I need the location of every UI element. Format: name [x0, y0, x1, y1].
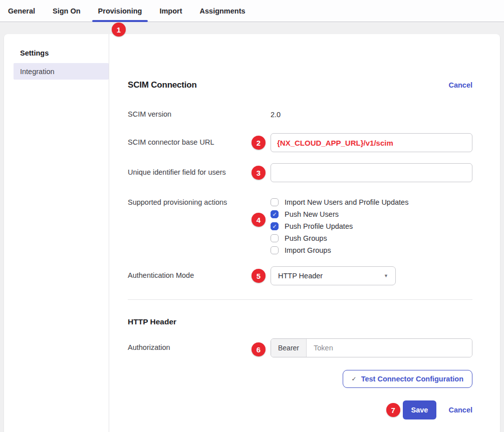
- step-badge-5: 5: [251, 269, 266, 283]
- base-url-label: SCIM connector base URL: [128, 133, 271, 147]
- checkbox-unchecked-icon[interactable]: [271, 234, 279, 242]
- tabs-nav: GeneralSign OnProvisioningImportAssignme…: [0, 0, 504, 22]
- page: GeneralSign OnProvisioningImportAssignme…: [0, 0, 504, 432]
- scim-version-label: SCIM version: [128, 110, 271, 119]
- http-header-section-heading: HTTP Header: [128, 317, 472, 326]
- authorization-input-group: Bearer: [271, 338, 472, 357]
- sidebar-heading: Settings: [20, 49, 109, 57]
- authorization-label: Authorization: [128, 338, 271, 352]
- tab-sign-on[interactable]: Sign On: [47, 0, 87, 22]
- panel-title: SCIM Connection: [128, 80, 197, 90]
- checkbox-option-push-profile-updates[interactable]: ✓Push Profile Updates: [271, 220, 472, 232]
- checkbox-label: Import New Users and Profile Updates: [285, 198, 408, 206]
- cancel-link-top[interactable]: Cancel: [448, 81, 472, 89]
- checkbox-unchecked-icon[interactable]: [271, 198, 279, 206]
- check-icon: ✓: [352, 375, 357, 382]
- provisioning-actions-row: Supported provisioning actions 4 Import …: [128, 196, 472, 256]
- chevron-down-icon: ▼: [384, 273, 388, 278]
- tab-import[interactable]: Import: [153, 0, 188, 22]
- checkbox-option-push-groups[interactable]: Push Groups: [271, 232, 472, 244]
- save-row: 7 Save Cancel: [128, 400, 472, 419]
- unique-identifier-row: Unique identifier field for users 3: [128, 163, 472, 182]
- bearer-prefix: Bearer: [271, 339, 307, 357]
- token-input[interactable]: [307, 339, 472, 357]
- checkbox-label: Push Groups: [285, 234, 327, 242]
- checkbox-label: Push New Users: [285, 210, 339, 218]
- test-connector-button[interactable]: ✓ Test Connector Configuration: [343, 370, 472, 388]
- panel-header: SCIM Connection Cancel: [128, 80, 472, 91]
- scim-version-value: 2.0: [271, 111, 281, 119]
- provisioning-actions-label: Supported provisioning actions: [128, 196, 271, 207]
- app-tabbar: GeneralSign OnProvisioningImportAssignme…: [0, 0, 504, 22]
- settings-card: Settings Integration SCIM Connection Can…: [4, 34, 500, 432]
- sidebar: Settings Integration: [4, 34, 109, 432]
- auth-mode-select[interactable]: HTTP Header ▼: [271, 266, 396, 285]
- sidebar-item-integration[interactable]: Integration: [14, 63, 109, 80]
- test-connector-row: ✓ Test Connector Configuration: [128, 370, 472, 388]
- step-badge-3: 3: [251, 166, 266, 180]
- tab-assignments[interactable]: Assignments: [194, 0, 251, 22]
- authorization-row: Authorization 6 Bearer: [128, 338, 472, 357]
- checkbox-label: Import Groups: [285, 246, 331, 254]
- test-connector-button-label: Test Connector Configuration: [361, 375, 463, 383]
- checkbox-checked-icon[interactable]: ✓: [271, 222, 279, 230]
- tab-provisioning[interactable]: Provisioning: [92, 0, 148, 22]
- unique-identifier-label: Unique identifier field for users: [128, 163, 271, 177]
- tab-general[interactable]: General: [2, 0, 41, 22]
- cancel-link-bottom[interactable]: Cancel: [448, 406, 472, 414]
- unique-identifier-input[interactable]: [271, 163, 472, 182]
- provisioning-actions-list: Import New Users and Profile Updates✓Pus…: [271, 196, 472, 256]
- auth-mode-row: Authentication Mode 5 HTTP Header ▼: [128, 266, 472, 285]
- save-button[interactable]: Save: [403, 400, 437, 419]
- scim-connection-panel: SCIM Connection Cancel SCIM version 2.0 …: [109, 34, 500, 432]
- checkbox-option-import-new-users-and-profile-updates[interactable]: Import New Users and Profile Updates: [271, 196, 472, 208]
- checkbox-checked-icon[interactable]: ✓: [271, 210, 279, 218]
- step-badge-1: 1: [112, 23, 126, 37]
- auth-mode-selected-value: HTTP Header: [278, 272, 323, 280]
- checkbox-option-import-groups[interactable]: Import Groups: [271, 244, 472, 256]
- checkbox-unchecked-icon[interactable]: [271, 246, 279, 254]
- step-badge-4: 4: [251, 213, 266, 227]
- auth-mode-label: Authentication Mode: [128, 266, 271, 280]
- step-badge-6: 6: [251, 342, 266, 356]
- scim-version-row: SCIM version 2.0: [128, 110, 472, 119]
- base-url-row: SCIM connector base URL 2: [128, 133, 472, 152]
- checkbox-option-push-new-users[interactable]: ✓Push New Users: [271, 208, 472, 220]
- sidebar-items: Integration: [4, 63, 109, 80]
- base-url-input[interactable]: [271, 133, 472, 152]
- step-badge-2: 2: [251, 136, 266, 150]
- section-divider: [128, 299, 472, 300]
- step-badge-7: 7: [386, 403, 400, 417]
- checkbox-label: Push Profile Updates: [285, 222, 353, 230]
